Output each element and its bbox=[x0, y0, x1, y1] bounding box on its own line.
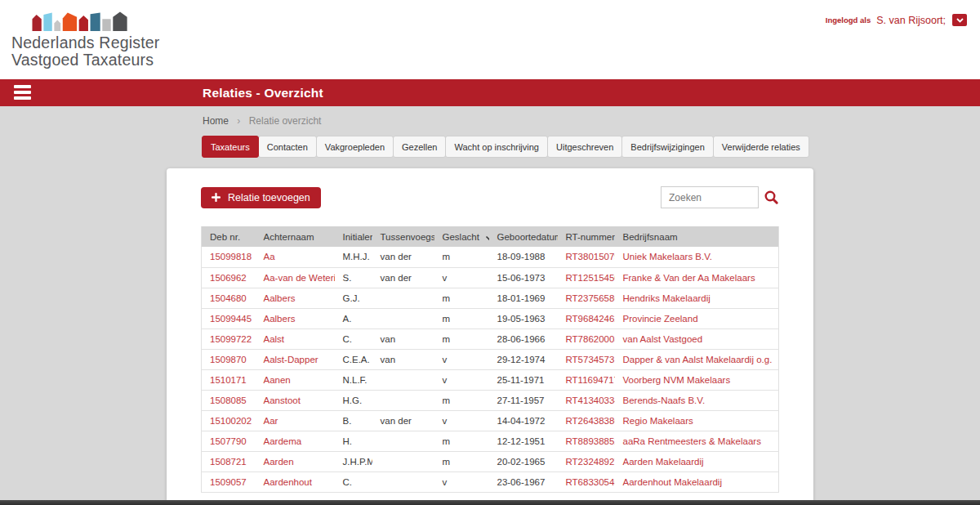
tab-wacht-op-inschrijving[interactable]: Wacht op inschrijving bbox=[445, 136, 548, 158]
cell-rt-nummer[interactable]: RT889388526 bbox=[558, 431, 615, 451]
cell-rt-nummer[interactable]: RT237565861 bbox=[558, 288, 615, 308]
cell-achternaam[interactable]: Aalbers bbox=[256, 308, 335, 328]
logo-line1: Nederlands Register bbox=[11, 34, 160, 51]
cell-rt-nummer[interactable]: RT125154504 bbox=[558, 267, 615, 288]
tab-vakgroepleden[interactable]: Vakgroepleden bbox=[316, 136, 394, 158]
cell-geslacht: v bbox=[434, 410, 489, 431]
cell-bedrijfsnaam[interactable]: Aardenhout Makelaardij bbox=[615, 471, 779, 492]
cell-rt-nummer[interactable]: RT380150791 bbox=[558, 247, 615, 267]
column-header-bedrijfsnaam[interactable]: Bedrijfsnaam bbox=[615, 226, 779, 247]
user-menu-button[interactable] bbox=[952, 14, 967, 26]
cell-deb-nr[interactable]: 15100202 bbox=[202, 410, 256, 431]
cell-achternaam[interactable]: Aardenhout bbox=[256, 471, 335, 492]
app-header: Nederlands Register Vastgoed Taxateurs I… bbox=[0, 0, 980, 79]
add-relation-label: Relatie toevoegen bbox=[228, 192, 310, 203]
cell-geslacht: v bbox=[434, 267, 489, 288]
cell-achternaam[interactable]: Aar bbox=[256, 410, 335, 431]
cell-bedrijfsnaam[interactable]: Voorberg NVM Makelaars bbox=[615, 369, 779, 390]
tab-verwijderde-relaties[interactable]: Verwijderde relaties bbox=[713, 136, 809, 158]
cell-rt-nummer[interactable]: RT116947174 bbox=[558, 369, 615, 390]
cell-geslacht: m bbox=[434, 431, 489, 451]
column-header-initialen[interactable]: Initialen bbox=[335, 226, 372, 247]
cell-bedrijfsnaam[interactable]: Uniek Makelaars B.V. bbox=[615, 247, 779, 267]
table-row: 1510171AanenN.L.F.v25-11-1971RT116947174… bbox=[202, 369, 779, 390]
cell-achternaam[interactable]: Aalst bbox=[256, 328, 335, 349]
cell-achternaam[interactable]: Aalbers bbox=[256, 288, 335, 308]
cell-rt-nummer[interactable]: RT573457316 bbox=[558, 349, 615, 369]
cell-bedrijfsnaam[interactable]: aaRa Rentmeesters & Makelaars bbox=[615, 431, 779, 451]
cell-tussenvoegsel bbox=[372, 308, 434, 328]
user-name[interactable]: S. van Rijsoort; bbox=[876, 15, 946, 26]
cell-bedrijfsnaam[interactable]: Aarden Makelaardij bbox=[615, 451, 779, 471]
cell-deb-nr[interactable]: 1510171 bbox=[202, 369, 256, 390]
cell-achternaam[interactable]: Aalst-Dapper bbox=[256, 349, 335, 369]
cell-initialen: S. bbox=[335, 267, 372, 288]
logo-houses-icon bbox=[31, 10, 129, 31]
table-row: 1504680AalbersG.J.m18-01-1969RT237565861… bbox=[202, 288, 779, 308]
cell-rt-nummer[interactable]: RT264383865 bbox=[558, 410, 615, 431]
relations-table: Deb nr.AchternaamInitialenTussenvoegselG… bbox=[201, 226, 779, 493]
tab-bedrijfswijzigingen[interactable]: Bedrijfswijzigingen bbox=[621, 136, 714, 158]
cell-deb-nr[interactable]: 15099818 bbox=[202, 247, 256, 267]
column-header-geslacht[interactable]: Geslacht bbox=[434, 226, 489, 247]
cell-deb-nr[interactable]: 15099445 bbox=[202, 308, 256, 328]
column-header-achternaam[interactable]: Achternaam bbox=[256, 226, 335, 247]
cell-rt-nummer[interactable]: RT232489272 bbox=[558, 451, 615, 471]
cell-deb-nr[interactable]: 1506962 bbox=[202, 267, 256, 288]
cell-bedrijfsnaam[interactable]: Dapper & van Aalst Makelaardij o.g. bbox=[615, 349, 779, 369]
column-header-geboortedatum[interactable]: Geboortedatum bbox=[489, 226, 558, 247]
logo-link[interactable]: Nederlands Register Vastgoed Taxateurs bbox=[11, 10, 160, 69]
cell-initialen: J.H.P.M. bbox=[335, 451, 372, 471]
cell-geslacht: m bbox=[434, 247, 489, 267]
cell-achternaam[interactable]: Aarden bbox=[256, 451, 335, 471]
cell-achternaam[interactable]: Aa-van de Wetering bbox=[256, 267, 335, 288]
cell-bedrijfsnaam[interactable]: Provincie Zeeland bbox=[615, 308, 779, 328]
cell-rt-nummer[interactable]: RT413403343 bbox=[558, 390, 615, 410]
cell-rt-nummer[interactable]: RT786200030 bbox=[558, 328, 615, 349]
hamburger-menu-button[interactable] bbox=[14, 85, 31, 100]
sort-chevron-down-icon bbox=[485, 235, 489, 241]
breadcrumb-home-link[interactable]: Home bbox=[203, 115, 229, 127]
cell-deb-nr[interactable]: 15099722 bbox=[202, 328, 256, 349]
cell-bedrijfsnaam[interactable]: van Aalst Vastgoed bbox=[615, 328, 779, 349]
cell-rt-nummer[interactable]: RT683305458 bbox=[558, 471, 615, 492]
cell-deb-nr[interactable]: 1509870 bbox=[202, 349, 256, 369]
add-relation-button[interactable]: Relatie toevoegen bbox=[201, 187, 321, 208]
tab-contacten[interactable]: Contacten bbox=[258, 136, 317, 158]
cell-bedrijfsnaam[interactable]: Berends-Naafs B.V. bbox=[615, 390, 779, 410]
cell-deb-nr[interactable]: 1508721 bbox=[202, 451, 256, 471]
search-button[interactable] bbox=[764, 190, 779, 205]
cell-rt-nummer[interactable]: RT968424628 bbox=[558, 308, 615, 328]
column-header-rt-nummer[interactable]: RT-nummer bbox=[558, 226, 615, 247]
cell-initialen: B. bbox=[335, 410, 372, 431]
page-title: Relaties - Overzicht bbox=[203, 86, 323, 101]
cell-tussenvoegsel: van bbox=[372, 328, 434, 349]
column-header-tussenvoegsel[interactable]: Tussenvoegsel bbox=[372, 226, 434, 247]
tab-taxateurs[interactable]: Taxateurs bbox=[202, 136, 259, 158]
cell-geboortedatum: 25-11-1971 bbox=[489, 369, 558, 390]
search-icon bbox=[764, 190, 779, 205]
cell-geboortedatum: 23-06-1967 bbox=[489, 471, 558, 492]
cell-bedrijfsnaam[interactable]: Regio Makelaars bbox=[615, 410, 779, 431]
cell-achternaam[interactable]: Aa bbox=[256, 247, 335, 267]
search-input[interactable] bbox=[661, 186, 759, 208]
cell-deb-nr[interactable]: 1504680 bbox=[202, 288, 256, 308]
cell-achternaam[interactable]: Aardema bbox=[256, 431, 335, 451]
cell-tussenvoegsel: van bbox=[372, 349, 434, 369]
cell-tussenvoegsel: van der bbox=[372, 247, 434, 267]
cell-initialen: G.J. bbox=[335, 288, 372, 308]
cell-achternaam[interactable]: Aanen bbox=[256, 369, 335, 390]
cell-bedrijfsnaam[interactable]: Franke & Van der Aa Makelaars bbox=[615, 267, 779, 288]
cell-geboortedatum: 18-09-1988 bbox=[489, 247, 558, 267]
cell-deb-nr[interactable]: 1507790 bbox=[202, 431, 256, 451]
cell-geboortedatum: 18-01-1969 bbox=[489, 288, 558, 308]
tab-gezellen[interactable]: Gezellen bbox=[393, 136, 446, 158]
tab-uitgeschreven[interactable]: Uitgeschreven bbox=[547, 136, 622, 158]
cell-deb-nr[interactable]: 1509057 bbox=[202, 471, 256, 492]
cell-geboortedatum: 20-02-1965 bbox=[489, 451, 558, 471]
table-row: 15099445AalbersA.m19-05-1963RT968424628P… bbox=[202, 308, 779, 328]
cell-deb-nr[interactable]: 1508085 bbox=[202, 390, 256, 410]
column-header-deb-nr[interactable]: Deb nr. bbox=[202, 226, 256, 247]
cell-bedrijfsnaam[interactable]: Hendriks Makelaardij bbox=[615, 288, 779, 308]
cell-achternaam[interactable]: Aanstoot bbox=[256, 390, 335, 410]
